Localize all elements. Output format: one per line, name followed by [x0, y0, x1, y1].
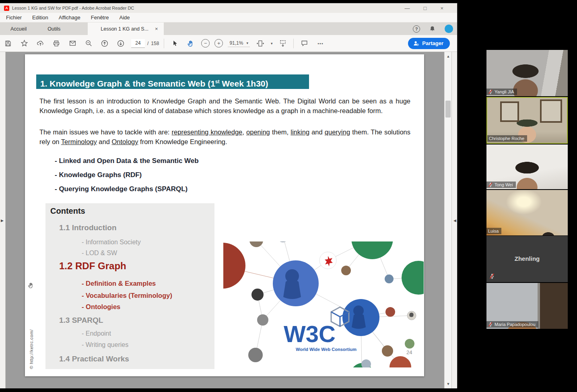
- zoom-level-control[interactable]: 91,1% ▾: [228, 39, 250, 47]
- zoom-out-icon[interactable]: −: [201, 39, 210, 47]
- participant-name-label: Christophe Roche: [487, 135, 527, 142]
- toolbar: / 158 − + 91,1% ▾ ▾: [0, 35, 457, 52]
- acrobat-window: A Lesson 1 KG and SW for PDF.pdf - Adobe…: [0, 3, 457, 388]
- copyright-note: © http://ketrc.com/: [29, 329, 34, 369]
- search-zoom-icon[interactable]: [83, 38, 94, 49]
- slide-title-text: 1. Knowledge Graph & the Semantic Web (1: [40, 79, 215, 88]
- expand-panel-icon[interactable]: ▶: [1, 219, 4, 223]
- hand-tool-icon[interactable]: [185, 38, 196, 49]
- w3c-logo-text: W3C: [284, 321, 336, 347]
- contents-panel: Contents 1.1 Introduction - Information …: [45, 203, 214, 369]
- contents-item: - Writing queries: [82, 341, 128, 349]
- vertical-scrollbar[interactable]: ▲ ▼: [444, 52, 452, 388]
- contents-section-heading: 1.1 Introduction: [59, 223, 117, 232]
- previous-page-icon[interactable]: [99, 38, 110, 49]
- collapse-panel-icon[interactable]: ◀: [453, 219, 456, 223]
- close-button[interactable]: ×: [440, 5, 443, 11]
- tab-outils[interactable]: Outils: [37, 23, 71, 35]
- menu-aide[interactable]: Aide: [120, 14, 130, 21]
- zoom-in-icon[interactable]: +: [214, 39, 223, 47]
- contents-section-heading: 1.4 Practical Works: [59, 355, 129, 363]
- bell-icon[interactable]: [429, 25, 436, 32]
- toolbar-separator: [164, 39, 164, 48]
- tab-accueil[interactable]: Accueil: [0, 23, 37, 35]
- fit-width-icon[interactable]: [255, 38, 266, 49]
- participant-tile[interactable]: Tong Wei: [486, 144, 568, 189]
- maximize-button[interactable]: □: [424, 5, 427, 11]
- share-button-label: Partager: [422, 40, 443, 46]
- pdf-page: 1. Knowledge Graph & the Semantic Web (1…: [25, 54, 424, 376]
- menu-affichage[interactable]: Affichage: [59, 14, 80, 21]
- tab-document-label: Lesson 1 KG and S...: [101, 26, 148, 32]
- participant-tile[interactable]: Maria Papadopoulou: [486, 283, 568, 329]
- participant-tile[interactable]: Yangli JIA: [486, 50, 568, 96]
- next-page-icon[interactable]: [115, 38, 126, 49]
- bullet-item: - Linked and Open Data & the Semantic We…: [55, 154, 199, 168]
- participant-name: Maria Papadopoulou: [495, 322, 536, 327]
- mic-muted-icon: [488, 182, 493, 187]
- participant-tile[interactable]: Luisa: [486, 190, 568, 235]
- menu-fichier[interactable]: Fichier: [6, 14, 22, 21]
- participant-name: Tong Wei: [495, 182, 513, 187]
- contents-item: - Vocabularies (Terminology): [82, 292, 172, 299]
- issues-paragraph: The main issues we have to tackle with a…: [39, 128, 410, 146]
- menu-fenetre[interactable]: Fenêtre: [91, 14, 109, 21]
- tab-close-icon[interactable]: ×: [155, 26, 158, 32]
- slide-page-number: 24: [406, 349, 412, 355]
- participant-name: Yangli JIA: [495, 89, 514, 94]
- chevron-down-icon[interactable]: ▾: [271, 41, 273, 45]
- share-button[interactable]: Partager: [408, 38, 450, 49]
- star-icon[interactable]: [19, 38, 30, 49]
- contents-section-heading: 1.2 RDF Graph: [59, 260, 126, 272]
- scroll-down-icon[interactable]: ▼: [445, 382, 452, 386]
- scrollbar-thumb[interactable]: [445, 101, 451, 118]
- more-tools-icon[interactable]: •••: [315, 38, 326, 49]
- hand-cursor-icon: [27, 282, 35, 289]
- minimize-button[interactable]: —: [405, 5, 410, 11]
- select-tool-icon[interactable]: [169, 38, 180, 49]
- slide-title-sup: st: [215, 79, 220, 85]
- window-title: Lesson 1 KG and SW for PDF.pdf - Adobe A…: [12, 6, 134, 10]
- contents-title: Contents: [50, 206, 85, 216]
- w3c-network-illustration: W3C World Wide Web Consortium 24: [223, 241, 424, 367]
- tab-document[interactable]: Lesson 1 KG and S... ×: [88, 23, 163, 35]
- participant-name: Christophe Roche: [489, 136, 524, 141]
- contents-item: - Endpoint: [82, 330, 111, 337]
- mic-muted-icon: [488, 322, 493, 327]
- participant-tile-video-off[interactable]: Zhenling: [486, 236, 568, 282]
- bullet-item: - Knowledge Graphs (RDF): [55, 168, 199, 182]
- help-icon[interactable]: ?: [413, 25, 420, 33]
- participant-name-label: Luisa: [486, 228, 501, 234]
- participant-name: Luisa: [488, 229, 499, 233]
- participant-name-label: Tong Wei: [486, 182, 516, 188]
- comment-icon[interactable]: [299, 38, 310, 49]
- picture-frame: [500, 101, 519, 122]
- save-icon[interactable]: [2, 38, 14, 49]
- document-area: ▶ 1. Knowledge Graph & the Semantic Web …: [0, 52, 457, 388]
- page-divider: /: [147, 41, 148, 46]
- mic-muted-icon: [489, 273, 495, 279]
- picture-frame: [540, 99, 563, 122]
- participant-name-label: Yangli JIA: [486, 89, 517, 95]
- print-icon[interactable]: [51, 38, 62, 49]
- page-number-input[interactable]: [131, 39, 145, 48]
- page-total: 158: [151, 41, 159, 46]
- contents-item: - Ontologies: [82, 303, 120, 311]
- scroll-up-icon[interactable]: ▲: [445, 54, 452, 58]
- contents-item: - Information Society: [82, 239, 141, 246]
- contents-item: - LOD & SW: [82, 250, 117, 257]
- participant-tile-active-speaker[interactable]: Christophe Roche: [486, 97, 568, 144]
- participant-name: Zhenling: [486, 255, 568, 262]
- intro-paragraph: The first lesson is an introduction to K…: [39, 97, 410, 116]
- account-avatar[interactable]: [445, 25, 453, 33]
- page-scrolling-icon[interactable]: [277, 38, 288, 49]
- w3c-tagline: World Wide Web Consortium: [296, 347, 357, 352]
- acrobat-app-icon: A: [4, 6, 9, 11]
- participant-name-label: Maria Papadopoulou: [486, 321, 538, 328]
- shared-screen: A Lesson 1 KG and SW for PDF.pdf - Adobe…: [0, 0, 577, 392]
- email-icon[interactable]: [67, 38, 78, 49]
- menu-edition[interactable]: Edition: [32, 14, 48, 21]
- slide-title: 1. Knowledge Graph & the Semantic Web (1…: [36, 74, 309, 89]
- contents-item: - Definition & Examples: [82, 280, 156, 287]
- cloud-upload-icon[interactable]: [35, 38, 46, 49]
